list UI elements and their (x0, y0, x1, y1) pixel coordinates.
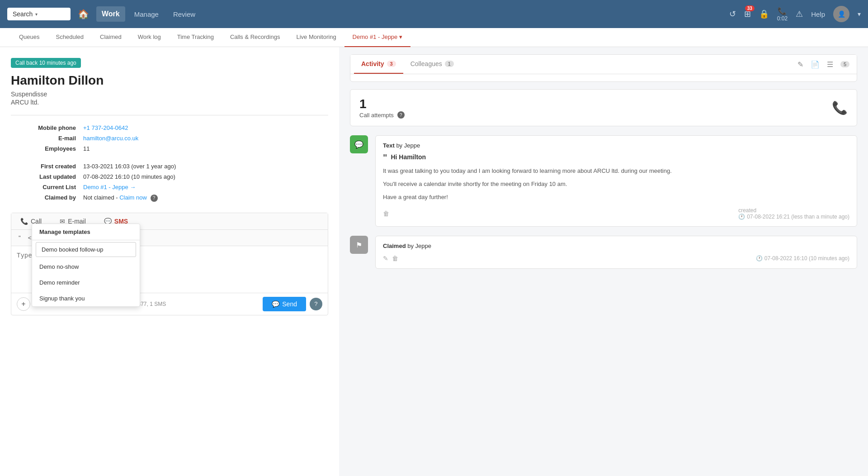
employees-value: 11 (83, 145, 328, 152)
subnav-scheduled[interactable]: Scheduled (48, 28, 92, 47)
subnav-calls[interactable]: Calls & Recordings (222, 28, 288, 47)
activity-icon-text: 💬 (350, 135, 368, 153)
created-label: created (738, 207, 849, 214)
send-icon: 💬 (272, 300, 279, 308)
mobile-value[interactable]: +1 737-204-0642 (83, 124, 328, 131)
call-phone-icon: 📞 (832, 100, 848, 115)
activity-quote: " Hi Hamilton (383, 152, 849, 163)
first-created-value: 13-03-2021 16:03 (over 1 year ago) (83, 163, 328, 170)
call-tab-icon: 📞 (20, 218, 28, 225)
user-avatar[interactable]: 👤 (833, 6, 849, 22)
home-button[interactable]: 🏠 (74, 5, 93, 23)
activity-tab-bar: Activity 3 Colleagues 1 ✎ 📄 ☰ 5 (350, 55, 857, 74)
activity-body-text: Text by Jeppe " Hi Hamilton It was great… (375, 135, 857, 227)
list-icon[interactable]: ☰ (827, 60, 833, 69)
activity-tab-icons: ✎ 📄 ☰ 5 (797, 60, 853, 69)
sub-navigation: Queues Scheduled Claimed Work log Time T… (0, 28, 868, 47)
template-dropdown-header: Manage templates (32, 224, 140, 240)
send-button[interactable]: 💬 Send (263, 297, 306, 311)
activity-actions-claimed: ✎ 🗑 (383, 255, 398, 262)
activity-timestamp-claimed: 🕐 07-08-2022 16:10 (10 minutes ago) (756, 255, 849, 262)
activity-actions-text: 🗑 (383, 210, 389, 217)
clock-icon-claimed: 🕐 (756, 255, 763, 262)
colleagues-tab[interactable]: Colleagues 1 (403, 55, 461, 74)
activity-icon-col-claimed: ⚑ (350, 236, 368, 269)
warning-icon[interactable]: ⚠ (796, 9, 803, 19)
email-label: E-mail (11, 135, 83, 142)
call-attempts-help-icon[interactable]: ? (397, 111, 405, 119)
activity-delete-btn[interactable]: 🗑 (383, 210, 389, 217)
main-content: Call back 10 minutes ago Hamilton Dillon… (0, 47, 868, 476)
activity-badge: 3 (387, 61, 396, 67)
activity-message-1: It was great talking to you today and I … (383, 167, 849, 176)
timer-display: 📞 0:02 (777, 7, 788, 22)
activity-title-claimed: Claimed by Jeppe (383, 243, 849, 249)
activity-title-text: Text by Jeppe (383, 142, 849, 149)
activity-timeline: 💬 Text by Jeppe " Hi Hamilton It was gre… (350, 135, 857, 269)
last-updated-label: Last updated (11, 173, 83, 180)
subnav-demo[interactable]: Demo #1 - Jeppe ▾ (344, 28, 410, 47)
activity-item-claimed: ⚑ Claimed by Jeppe ✎ 🗑 🕐 07- (350, 236, 857, 269)
help-label[interactable]: Help (811, 10, 825, 18)
nav-review-link[interactable]: Review (168, 7, 201, 22)
current-list-value[interactable]: Demo #1 - Jeppe → (83, 184, 328, 190)
template-dropdown: Manage templates Demo booked follow-up D… (32, 224, 140, 307)
avatar-dropdown-icon[interactable]: ▾ (858, 10, 861, 18)
claim-help-icon[interactable]: ? (151, 195, 158, 202)
subnav-claimed[interactable]: Claimed (92, 28, 130, 47)
activity-footer-text: 🗑 created 🕐 07-08-2022 16:21 (less than … (383, 207, 849, 220)
email-value[interactable]: hamilton@arcu.co.uk (83, 135, 328, 142)
template-item-1[interactable]: Demo no-show (32, 259, 140, 275)
call-attempts-card: 1 Call attempts ? 📞 (350, 89, 857, 126)
nav-work-label: Work (96, 6, 125, 22)
template-item-0[interactable]: Demo booked follow-up (36, 242, 136, 257)
list-badge: 5 (840, 61, 849, 67)
search-button[interactable]: Search ▾ (7, 8, 71, 20)
contact-details: Mobile phone +1 737-204-0642 E-mail hami… (11, 124, 328, 202)
activity-edit-btn-claimed[interactable]: ✎ (383, 255, 388, 262)
template-item-3[interactable]: Signup thank you (32, 290, 140, 306)
activity-message-3: Have a great day further! (383, 193, 849, 202)
subnav-queues[interactable]: Queues (11, 28, 48, 47)
contact-company: ARCU ltd. (11, 99, 328, 106)
top-navigation: Search ▾ 🏠 Work Manage Review ↺ ⊞ 33 🔒 📞… (0, 0, 868, 28)
toolbar-quote-btn[interactable]: " (16, 233, 24, 243)
template-item-2[interactable]: Demo reminder (32, 275, 140, 290)
activity-item-text: 💬 Text by Jeppe " Hi Hamilton It was gre… (350, 135, 857, 227)
employees-label: Employees (11, 145, 83, 152)
add-note-button[interactable]: + (17, 297, 30, 311)
clock-icon: 🕐 (738, 214, 745, 220)
activity-icon-col-text: 💬 (350, 135, 368, 227)
subnav-worklog[interactable]: Work log (130, 28, 169, 47)
last-updated-value: 07-08-2022 16:10 (10 minutes ago) (83, 173, 328, 180)
grid-badge: 33 (745, 5, 755, 11)
call-attempts-label: Call attempts (359, 112, 394, 119)
document-icon[interactable]: 📄 (811, 60, 820, 69)
claim-now-link[interactable]: Claim now (119, 194, 147, 201)
claimed-by-label: Claimed by (11, 194, 83, 202)
nav-manage-link[interactable]: Manage (129, 7, 164, 22)
activity-tabs-container: Activity 3 Colleagues 1 ✎ 📄 ☰ 5 (350, 54, 857, 82)
edit-icon[interactable]: ✎ (797, 60, 803, 69)
mobile-label: Mobile phone (11, 124, 83, 131)
activity-tab[interactable]: Activity 3 (354, 55, 403, 74)
contact-name: Hamilton Dillon (11, 73, 328, 88)
activity-body-claimed: Claimed by Jeppe ✎ 🗑 🕐 07-08-2022 16:10 … (375, 236, 857, 269)
left-panel: Call back 10 minutes ago Hamilton Dillon… (0, 47, 339, 476)
grid-icon[interactable]: ⊞ 33 (744, 9, 751, 19)
contact-subtitle: Suspendisse (11, 90, 328, 98)
avatar-image: 👤 (838, 10, 845, 18)
activity-timestamp-text: 🕐 07-08-2022 16:21 (less than a minute a… (738, 214, 849, 220)
lock-icon[interactable]: 🔒 (759, 9, 769, 19)
first-created-label: First created (11, 163, 83, 170)
history-icon[interactable]: ↺ (729, 9, 736, 19)
activity-delete-btn-claimed[interactable]: 🗑 (392, 255, 398, 262)
quote-mark-icon: " (383, 152, 387, 162)
subnav-timetracking[interactable]: Time Tracking (169, 28, 222, 47)
sms-help-button[interactable]: ? (310, 298, 322, 310)
call-attempts-count: 1 (359, 97, 405, 111)
colleagues-badge: 1 (445, 61, 454, 67)
right-panel: Activity 3 Colleagues 1 ✎ 📄 ☰ 5 1 (339, 47, 868, 476)
callback-badge: Call back 10 minutes ago (11, 58, 81, 68)
subnav-livemonitoring[interactable]: Live Monitoring (288, 28, 344, 47)
